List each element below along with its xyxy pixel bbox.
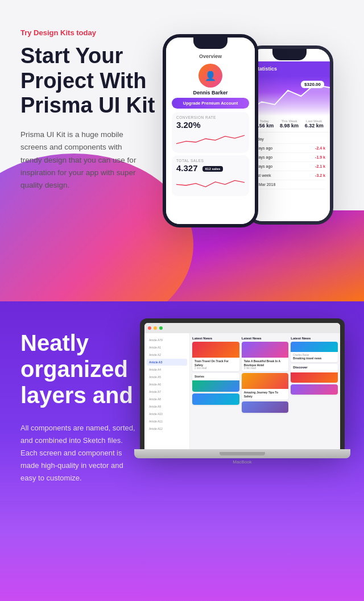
hero-section: Try Design Kits today Start Your Project… <box>0 0 364 301</box>
sidebar-item[interactable]: Article A7 <box>147 388 187 395</box>
phone1-chart <box>176 130 245 147</box>
card-image <box>242 401 289 413</box>
phone-screen-1: Overview 👤 Dennis Barker Upgrade Premium… <box>166 38 255 224</box>
laptop-col-3: Latest News Charles Baker Breaking trave… <box>291 337 338 446</box>
col3-title: Latest News <box>291 337 338 340</box>
card-image <box>192 342 239 358</box>
second-section: Neatly organized layers and All componen… <box>0 301 364 601</box>
laptop-sidebar: Article A79 Article A1 Article A2 Articl… <box>144 333 190 449</box>
phone1-chart2 <box>176 173 245 190</box>
phone-screen-2: Statistics $320.00 <box>249 49 330 221</box>
phone1-stat2: TOTAL SALES 4.327 612 sales <box>172 155 249 196</box>
card-body: Amazing Journey Tips To Safety <box>242 389 289 400</box>
hero-content: Try Design Kits today Start Your Project… <box>0 23 364 227</box>
maximize-dot <box>159 326 163 330</box>
phone1-username: Dennis Barker <box>166 90 255 96</box>
card-sub: 2 min read <box>195 367 237 370</box>
news-card <box>192 393 239 405</box>
sidebar-item[interactable]: Article A9 <box>147 403 187 410</box>
list-item: 18 Mar 2018 <box>253 180 325 189</box>
sidebar-item[interactable]: Article A4 <box>147 366 187 373</box>
sidebar-item[interactable]: Article A10 <box>147 411 187 417</box>
hero-title: Start Your Project With Prisma UI Kit <box>20 44 157 118</box>
phone2-chart: $320.00 <box>249 76 330 116</box>
sidebar-item[interactable]: Article A79 <box>147 337 187 343</box>
card-title: Train Travel On Track For Safety <box>195 359 237 367</box>
list-item: 5 days ago-2.1 k <box>253 162 325 171</box>
phone-mockup-2: Statistics $320.00 <box>245 45 333 225</box>
phone1-upgrade-btn[interactable]: Upgrade Premium Account <box>172 98 249 109</box>
col2-title: Latest News <box>242 337 289 340</box>
sidebar-item[interactable]: Article A11 <box>147 418 187 425</box>
phone1-stat2-label: TOTAL SALES <box>176 159 245 163</box>
sidebar-item[interactable]: Article A12 <box>147 425 187 432</box>
card-body: Discover <box>291 364 338 372</box>
sidebar-item[interactable]: Article A5 <box>147 374 187 380</box>
laptop-screen-outer: Article A79 Article A1 Article A2 Articl… <box>140 318 345 449</box>
phone1-header: Overview <box>166 50 255 61</box>
svg-marker-0 <box>249 85 330 116</box>
news-card <box>242 401 289 413</box>
phone-mockup-1: Overview 👤 Dennis Barker Upgrade Premium… <box>163 34 258 227</box>
phone-notch-2 <box>272 49 307 60</box>
laptop-col-1: Latest News Train Travel On Track For Sa… <box>192 337 239 446</box>
phone1-avatar-wrap: 👤 <box>166 64 255 88</box>
phone1-stat2-value: 4.327 612 sales <box>176 163 245 173</box>
hero-description: Prisma UI Kit is a huge mobile screens a… <box>20 129 140 192</box>
news-card: Discover <box>291 364 338 383</box>
sidebar-item[interactable]: Article A2 <box>147 351 187 358</box>
sidebar-item[interactable]: Article A6 <box>147 381 187 388</box>
card-body: Stories <box>192 373 239 380</box>
news-card <box>291 384 338 395</box>
phone1-stat1: CONVERSION RATE 3.20% <box>172 112 249 153</box>
discover-title: Discover <box>293 366 336 369</box>
phone2-list: Today 2 days ago-2.4 k 3 days ago-1.9 k … <box>249 132 330 192</box>
hero-text: Try Design Kits today Start Your Project… <box>20 23 157 192</box>
card-image <box>291 342 338 352</box>
second-description: All components are named, sorted, and co… <box>20 422 140 484</box>
laptop-topbar <box>144 323 340 333</box>
sidebar-item-active[interactable]: Article A3 <box>147 359 187 366</box>
phone1-stat1-value: 3.20% <box>176 120 245 130</box>
phone2-stat3-val: 6.32 km <box>303 123 325 129</box>
news-card: Amazing Journey Tips To Safety <box>242 373 289 400</box>
laptop-mockup: Article A79 Article A1 Article A2 Articl… <box>146 318 345 465</box>
card-title: Amazing Journey Tips To Safety <box>244 391 287 398</box>
close-dot <box>148 326 151 330</box>
card-sub: 3 min read <box>244 367 287 370</box>
card-image <box>192 393 239 405</box>
card-body: Take A Beautiful Break In A Boutique Hot… <box>242 358 289 371</box>
card-image <box>242 342 289 358</box>
second-title: Neatly organized layers and <box>20 330 140 408</box>
hero-badge: Try Design Kits today <box>20 28 157 37</box>
sidebar-item[interactable]: Article A1 <box>147 344 187 351</box>
news-card: Stories <box>192 373 239 392</box>
phone1-stat1-label: CONVERSION RATE <box>176 115 245 119</box>
phone-notch-1 <box>193 38 228 49</box>
phone2-header: Statistics <box>249 61 330 76</box>
laptop-col-2: Latest News Take A Beautiful Break In A … <box>242 337 289 446</box>
list-item: Last week-3.2 k <box>253 171 325 180</box>
second-text: Neatly organized layers and All componen… <box>20 330 140 484</box>
card-title: Stories <box>195 375 237 379</box>
phone2-price: $320.00 <box>301 81 324 88</box>
card-body: Train Travel On Track For Safety 2 min r… <box>192 358 239 371</box>
phone1-badge: 612 sales <box>202 166 224 172</box>
list-item: 2 days ago-2.4 k <box>253 144 325 153</box>
news-card: Train Travel On Track For Safety 2 min r… <box>192 342 239 371</box>
card-image <box>291 384 338 395</box>
minimize-dot <box>154 326 157 330</box>
card-title: Breaking travel news <box>293 357 336 360</box>
sidebar-item[interactable]: Article A8 <box>147 396 187 403</box>
phone2-stat2: This Week 8.98 km <box>278 119 301 129</box>
laptop-brand: MacBook <box>140 459 345 465</box>
list-item: 3 days ago-1.9 k <box>253 153 325 162</box>
phone1-avatar: 👤 <box>198 64 222 88</box>
laptop-screen-inner: Article A79 Article A1 Article A2 Articl… <box>144 323 340 449</box>
card-image <box>192 380 239 392</box>
laptop-body: Article A79 Article A1 Article A2 Articl… <box>144 333 340 449</box>
phone2-stats-row: Today 2.56 km This Week 8.98 km Last Wee… <box>249 116 330 132</box>
laptop-base <box>134 449 350 458</box>
list-item: Today <box>253 135 325 144</box>
card-image <box>291 372 338 383</box>
